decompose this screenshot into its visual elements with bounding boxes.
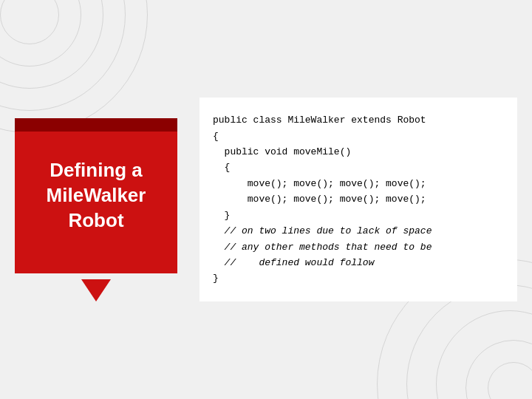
red-box-container: Defining a MileWalker Robot [15,118,177,281]
code-line-5: move(); move(); move(); move(); [213,176,504,191]
title-line2: MileWalker [47,184,146,206]
slide-inner: Defining a MileWalker Robot public class… [15,98,517,301]
code-line-4: { [213,160,504,175]
code-panel: public class MileWalker extends Robot { … [200,98,517,301]
slide-title: Defining a MileWalker Robot [39,151,154,240]
code-line-3: public void moveMile() [213,144,504,160]
red-box: Defining a MileWalker Robot [15,118,177,273]
title-line3: Robot [68,209,123,231]
code-line-1: public class MileWalker extends Robot [213,112,504,128]
speech-bubble-pointer [81,279,111,301]
code-line-2: { [213,129,504,144]
code-comment-2: // any other methods that need to be [213,239,504,255]
code-comment-3: // defined would follow [213,255,504,270]
code-line-6: move(); move(); move(); move(); [213,191,504,207]
title-line1: Defining a [50,159,143,181]
dark-top-bar [15,118,177,132]
main-content: Defining a MileWalker Robot public class… [0,0,532,399]
code-comment-1: // on two lines due to lack of space [213,223,504,239]
code-line-7: } [213,208,504,223]
code-line-11: } [213,270,504,286]
